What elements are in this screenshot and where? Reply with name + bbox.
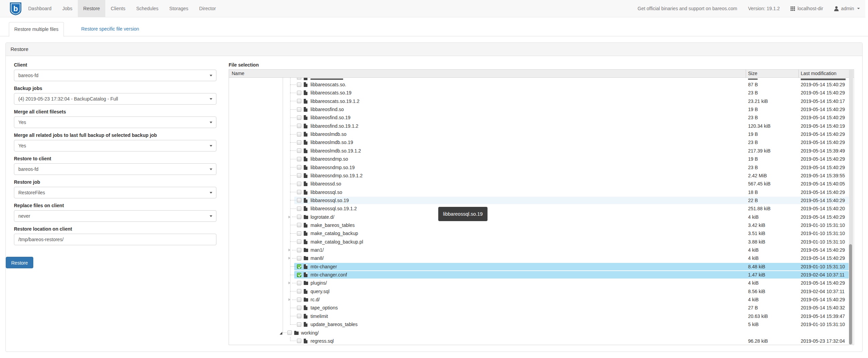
file-name[interactable]: libbareoscats.so. <box>311 80 346 89</box>
nav-item-clients[interactable]: Clients <box>105 0 131 17</box>
file-name[interactable]: regress.sql <box>311 337 334 345</box>
file-checkbox[interactable] <box>297 157 301 161</box>
file-name[interactable]: make_bareos_tables <box>311 221 355 229</box>
file-name[interactable]: make_catalog_backup.pl <box>311 238 363 246</box>
file-checkbox[interactable] <box>297 124 301 128</box>
select-restore-job[interactable]: RestoreFiles <box>14 187 216 198</box>
file-checkbox[interactable] <box>297 223 301 227</box>
file-name[interactable]: rc.d/ <box>311 296 320 304</box>
expand-arrow-icon[interactable] <box>288 282 290 284</box>
file-name[interactable]: mtx-changer.conf <box>311 271 347 279</box>
nav-item-schedules[interactable]: Schedules <box>131 0 164 17</box>
collapse-arrow-icon[interactable] <box>280 332 282 335</box>
file-checkbox[interactable] <box>297 306 301 310</box>
file-name[interactable]: tape_options <box>311 304 338 312</box>
column-header-size[interactable]: Size <box>748 71 757 76</box>
nav-item-dashboard[interactable]: Dashboard <box>23 0 57 17</box>
file-name[interactable]: make_catalog_backup <box>311 229 358 237</box>
tree-scrollbar-thumb[interactable] <box>849 244 852 344</box>
file-checkbox[interactable] <box>297 140 301 145</box>
file-checkbox[interactable] <box>297 132 301 137</box>
expand-arrow-icon[interactable] <box>288 257 290 259</box>
bareos-logo-icon[interactable]: b <box>10 2 22 16</box>
file-name[interactable]: query.sql <box>311 287 330 296</box>
file-name[interactable]: libbareossql.so.19 <box>311 196 349 204</box>
file-checkbox[interactable] <box>297 339 301 343</box>
file-checkbox[interactable] <box>297 215 301 219</box>
file-mtime: 2019-05-14 15:40:29 <box>801 130 845 138</box>
input-restore-location-on-client[interactable]: /tmp/bareos-restores/ <box>14 234 216 245</box>
file-checkbox[interactable] <box>297 198 301 202</box>
file-name[interactable]: libbareoslmdb.so <box>311 130 347 138</box>
file-name[interactable]: timelimit <box>311 312 328 320</box>
select-backup-jobs[interactable]: (4) 2019-05-23 17:32:04 - BackupCatalog … <box>14 93 216 105</box>
file-name[interactable]: man1/ <box>311 246 324 254</box>
file-checkbox[interactable] <box>297 248 301 252</box>
file-checkbox[interactable] <box>297 107 301 112</box>
file-name[interactable]: mtx-changer <box>311 263 337 271</box>
file-name[interactable]: libbareoslmdb.so.19 <box>311 138 353 146</box>
file-checkbox[interactable] <box>297 173 301 178</box>
file-checkbox-checked[interactable] <box>297 273 301 277</box>
file-checkbox[interactable] <box>297 256 301 261</box>
column-header-name[interactable]: Name <box>232 71 244 76</box>
file-checkbox[interactable] <box>297 322 301 327</box>
file-checkbox[interactable] <box>297 298 301 302</box>
file-name[interactable]: libbareosfind.so <box>311 105 344 113</box>
expand-arrow-icon[interactable] <box>288 249 290 251</box>
nav-item-director[interactable]: Director <box>194 0 221 17</box>
file-name[interactable]: libbareosndmp.so.19 <box>311 163 355 172</box>
file-name[interactable]: libbareosfind.so.19 <box>311 113 351 122</box>
file-name[interactable]: working/ <box>301 329 319 337</box>
tab-restore-specific-file-version[interactable]: Restore specific file version <box>76 22 144 36</box>
file-name[interactable]: libbareoscats.so.19.1.2 <box>311 97 359 105</box>
file-checkbox[interactable] <box>297 165 301 169</box>
file-name[interactable]: libbareossd.so <box>311 180 341 188</box>
nav-item-jobs[interactable]: Jobs <box>57 0 78 17</box>
file-name[interactable]: plugins/ <box>311 279 327 287</box>
user-menu[interactable]: admin <box>834 6 860 11</box>
file-checkbox[interactable] <box>297 239 301 244</box>
select-merge-all-related-jobs-to-last-full-backup-of-selected-backup-job[interactable]: Yes <box>14 140 216 151</box>
file-checkbox[interactable] <box>297 231 301 236</box>
tab-restore-multiple-files[interactable]: Restore multiple files <box>9 22 64 37</box>
file-checkbox[interactable] <box>297 91 301 95</box>
file-checkbox[interactable] <box>297 190 301 194</box>
select-merge-all-client-filesets[interactable]: Yes <box>14 117 216 128</box>
director-selector[interactable]: localhost-dir <box>791 6 823 11</box>
file-checkbox[interactable] <box>297 148 301 153</box>
file-name[interactable]: libbareoscats.so.19 <box>311 89 352 97</box>
select-replace-files-on-client[interactable]: never <box>14 210 216 222</box>
file-name[interactable]: libbareosfind.so.19.1.2 <box>311 122 358 130</box>
file-name[interactable]: logrotate.d/ <box>311 213 334 221</box>
expand-arrow-icon[interactable] <box>288 298 290 301</box>
file-name[interactable]: man8/ <box>311 254 324 262</box>
select-restore-to-client[interactable]: bareos-fd <box>14 163 216 175</box>
file-name[interactable]: update_bareos_tables <box>311 320 358 328</box>
support-link[interactable]: Get official binaries and support on bar… <box>638 6 737 11</box>
file-checkbox[interactable] <box>297 83 301 87</box>
file-name[interactable]: libbareossql.so.19.1.2 <box>311 204 357 213</box>
file-checkbox[interactable] <box>297 289 301 293</box>
nav-item-restore[interactable]: Restore <box>78 0 105 17</box>
nav-item-storages[interactable]: Storages <box>164 0 194 17</box>
file-name[interactable]: libbareoslmdb.so.19.1.2 <box>311 147 361 155</box>
file-name[interactable]: libbareosndmp.so <box>311 155 348 163</box>
file-checkbox[interactable] <box>297 99 301 103</box>
file-checkbox[interactable] <box>297 182 301 186</box>
file-checkbox[interactable] <box>297 207 301 211</box>
file-name[interactable]: libbareosndmp.so.19.1.2 <box>311 172 362 180</box>
file-checkbox[interactable] <box>297 314 301 318</box>
file-name[interactable]: libbareossql.so <box>311 188 342 196</box>
file-size: 4 kiB <box>748 254 759 262</box>
restore-button[interactable]: Restore <box>6 257 33 268</box>
file-checkbox-checked[interactable] <box>297 264 301 269</box>
select-client[interactable]: bareos-fd <box>14 70 216 81</box>
column-header-last-modification[interactable]: Last modification <box>801 71 836 76</box>
file-checkbox[interactable] <box>297 281 301 285</box>
tree-scrollbar-track[interactable] <box>849 70 853 345</box>
file-checkbox[interactable] <box>287 330 292 335</box>
restore-tabs: Restore multiple files Restore specific … <box>0 22 868 36</box>
file-checkbox[interactable] <box>297 115 301 120</box>
expand-arrow-icon[interactable] <box>288 216 290 218</box>
